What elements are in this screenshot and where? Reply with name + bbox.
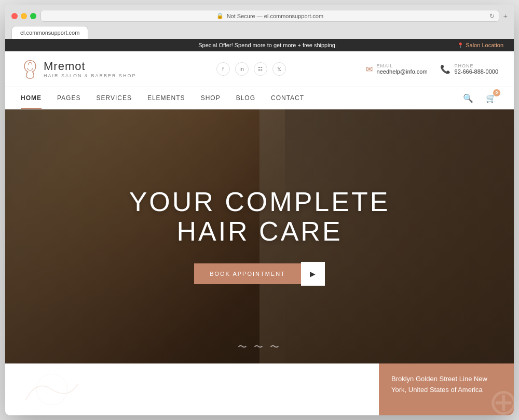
nav-actions: 🔍 🛒 0 <box>461 91 498 105</box>
phone-label: PHONE <box>455 63 498 68</box>
hero-title-line1: YOUR COMPLETE <box>129 187 390 217</box>
nav-item-shop[interactable]: SHOP <box>201 87 221 109</box>
logo-text-area: Mremot Hair Salon & Barber Shop <box>44 60 136 78</box>
address-box: Broklyn Golden Street Line New York, Uni… <box>379 363 514 415</box>
phone-value[interactable]: 92-666-888-0000 <box>455 68 498 75</box>
logo-icon <box>21 59 39 79</box>
tumblr-icon[interactable]: ☷ <box>254 62 267 76</box>
traffic-lights <box>11 13 36 19</box>
twitter-icon[interactable]: 𝕏 <box>272 62 286 76</box>
email-details: EMAIL needhelp@info.com <box>377 63 428 75</box>
close-button[interactable] <box>11 13 18 19</box>
book-appointment-button[interactable]: BOOK APPOINTMENT <box>194 263 301 284</box>
browser-chrome: 🔒 Not Secure — el.commonsupport.com ↻ + … <box>5 5 514 39</box>
phone-icon: 📞 <box>440 64 450 74</box>
decorative-swirl <box>21 374 83 405</box>
reload-button[interactable]: ↻ <box>489 12 495 20</box>
nav-links: HOME PAGES SERVICES ELEMENTS SHOP BLOG C… <box>21 87 304 109</box>
email-label: EMAIL <box>377 63 428 68</box>
play-video-button[interactable]: ▶ <box>301 262 325 286</box>
hero-section: YOUR COMPLETE HAIR CARE BOOK APPOINTMENT… <box>5 109 514 363</box>
hero-buttons: BOOK APPOINTMENT ▶ <box>194 262 325 286</box>
address-bar[interactable]: 🔒 Not Secure — el.commonsupport.com ↻ <box>40 10 499 22</box>
address-text: Broklyn Golden Street Line New York, Uni… <box>391 374 501 396</box>
announcement-text: Special Offer! Spend more to get more + … <box>78 42 457 48</box>
minimize-button[interactable] <box>21 13 27 19</box>
announcement-bar: Special Offer! Spend more to get more + … <box>5 39 514 51</box>
address-box-decorative-icon: ⊕ <box>488 381 514 415</box>
site-navigation: HOME PAGES SERVICES ELEMENTS SHOP BLOG C… <box>5 87 514 109</box>
nav-item-elements[interactable]: ELEMENTS <box>147 87 185 109</box>
below-hero: Broklyn Golden Street Line New York, Uni… <box>5 363 514 415</box>
browser-tab[interactable]: el.commonsupport.com <box>11 26 88 39</box>
scroll-indicator: 〜 〜 〜 <box>238 341 281 353</box>
browser-window: 🔒 Not Secure — el.commonsupport.com ↻ + … <box>5 5 514 415</box>
hero-content: YOUR COMPLETE HAIR CARE BOOK APPOINTMENT… <box>5 109 514 363</box>
logo-tagline: Hair Salon & Barber Shop <box>44 73 136 78</box>
website-content: Special Offer! Spend more to get more + … <box>5 39 514 415</box>
below-hero-left <box>5 363 379 415</box>
logo-area[interactable]: Mremot Hair Salon & Barber Shop <box>21 59 136 79</box>
address-line2: York, United States of America <box>391 386 483 394</box>
email-icon: ✉ <box>366 64 373 74</box>
address-line1: Broklyn Golden Street Line New <box>391 375 487 383</box>
phone-contact-item: 📞 PHONE 92-666-888-0000 <box>440 63 498 75</box>
hero-title-line2: HAIR CARE <box>129 217 390 246</box>
nav-item-services[interactable]: SERVICES <box>96 87 131 109</box>
search-button[interactable]: 🔍 <box>461 91 475 105</box>
site-header: Mremot Hair Salon & Barber Shop f in ☷ 𝕏… <box>5 51 514 87</box>
phone-details: PHONE 92-666-888-0000 <box>455 63 498 75</box>
header-contact: ✉ EMAIL needhelp@info.com 📞 PHONE 92-666… <box>366 63 498 75</box>
location-pin-icon: 📍 <box>457 43 463 48</box>
logo-name: Mremot <box>44 60 136 73</box>
hero-title: YOUR COMPLETE HAIR CARE <box>129 187 390 246</box>
nav-item-contact[interactable]: CONTACT <box>271 87 304 109</box>
cart-wrapper[interactable]: 🛒 0 <box>484 91 498 105</box>
email-value[interactable]: needhelp@info.com <box>377 68 428 75</box>
linkedin-icon[interactable]: in <box>235 62 249 76</box>
cart-badge: 0 <box>493 89 500 96</box>
salon-location-label: Salon Location <box>466 42 503 48</box>
email-contact-item: ✉ EMAIL needhelp@info.com <box>366 63 428 75</box>
nav-item-home[interactable]: HOME <box>21 87 42 109</box>
header-social: f in ☷ 𝕏 <box>216 62 286 76</box>
new-tab-button[interactable]: + <box>503 12 508 20</box>
maximize-button[interactable] <box>30 13 36 19</box>
salon-location[interactable]: 📍 Salon Location <box>457 42 503 48</box>
nav-item-pages[interactable]: PAGES <box>57 87 80 109</box>
address-bar-text: Not Secure — el.commonsupport.com <box>227 13 323 19</box>
facebook-icon[interactable]: f <box>216 62 230 76</box>
nav-item-blog[interactable]: BLOG <box>236 87 255 109</box>
